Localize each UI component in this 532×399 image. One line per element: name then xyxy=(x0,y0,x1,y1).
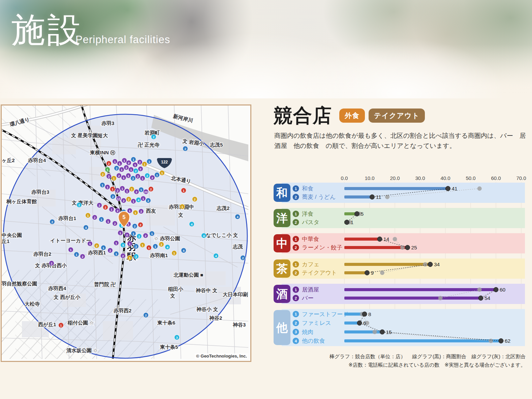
store-marker: 2 xyxy=(94,243,99,248)
map-label: 大日本印刷 xyxy=(223,291,248,297)
store-marker: 2 xyxy=(144,313,149,318)
svg-text:2: 2 xyxy=(242,256,244,260)
trade-area-map[interactable]: 122環八通り赤羽3新河岸川岩淵町卍 正光寺文 岩淵小志茂5ヶ丘2赤羽台4文 星… xyxy=(1,104,251,362)
map-label: 赤羽西2 xyxy=(113,308,131,313)
value-label: 11 xyxy=(376,194,381,200)
store-marker: 1 xyxy=(74,252,79,257)
store-marker: 4 xyxy=(201,233,207,238)
bar-蕎麦 / うどん xyxy=(344,195,372,198)
store-marker: 1 xyxy=(125,189,130,194)
row-number: 2 xyxy=(295,246,297,250)
svg-text:1: 1 xyxy=(132,232,134,236)
svg-text:2: 2 xyxy=(104,206,106,209)
value-label: 54 xyxy=(484,295,491,301)
svg-text:4: 4 xyxy=(183,249,184,252)
store-marker: 1 xyxy=(172,251,177,256)
store-marker: 1 xyxy=(88,241,93,246)
store-marker: 2 xyxy=(77,203,82,208)
svg-text:1: 1 xyxy=(115,252,117,256)
svg-text:2: 2 xyxy=(135,190,137,194)
store-marker: 1 xyxy=(114,251,119,256)
svg-text:2: 2 xyxy=(135,245,137,248)
svg-text:2: 2 xyxy=(114,222,116,225)
store-marker: 2 xyxy=(151,134,156,140)
svg-text:2: 2 xyxy=(194,198,195,201)
row-label: 居酒屋 xyxy=(302,286,319,293)
svg-text:1: 1 xyxy=(101,184,103,187)
area-share-dot xyxy=(380,330,385,334)
bar-カフェ xyxy=(344,263,430,266)
svg-text:2: 2 xyxy=(135,255,137,258)
store-marker: 2 xyxy=(121,253,126,258)
store-marker: 1 xyxy=(127,255,132,260)
store-marker: 1 xyxy=(120,186,125,191)
value-label: 62 xyxy=(505,338,510,344)
category-box-label: 中 xyxy=(276,237,288,250)
svg-text:2: 2 xyxy=(112,195,114,198)
map-label: 文 xyxy=(178,212,183,218)
map-label: 志茂 xyxy=(232,244,243,249)
map-label: 文 西が丘小 xyxy=(53,294,81,300)
store-marker: 4 xyxy=(235,214,240,219)
badge-dining-out: 外食 xyxy=(339,109,365,123)
area-share-dot xyxy=(446,186,450,191)
area-share-dot xyxy=(428,262,433,267)
map-label: 神谷中 文 xyxy=(195,287,217,293)
store-marker: 2 xyxy=(50,219,55,224)
ward-share-dot xyxy=(373,330,377,334)
svg-text:1: 1 xyxy=(156,174,158,177)
store-marker: 2 xyxy=(106,174,112,179)
svg-text:1: 1 xyxy=(107,220,109,223)
svg-text:2: 2 xyxy=(128,161,129,165)
svg-text:4: 4 xyxy=(215,254,217,258)
store-marker: 1 xyxy=(141,196,146,201)
svg-text:2: 2 xyxy=(108,162,109,165)
svg-text:1: 1 xyxy=(183,189,184,192)
value-label: 9 xyxy=(371,270,374,276)
svg-text:2: 2 xyxy=(125,166,127,170)
store-marker: 1 xyxy=(99,217,104,222)
row-number: 1 xyxy=(295,187,297,191)
row-label: 中華食 xyxy=(302,236,319,242)
store-marker: 3 xyxy=(121,243,126,248)
svg-text:2: 2 xyxy=(82,255,83,258)
svg-text:2: 2 xyxy=(116,167,117,170)
svg-text:1: 1 xyxy=(129,256,130,260)
store-marker: 1 xyxy=(68,247,73,252)
category-box-label: 洋 xyxy=(276,212,288,224)
store-marker: 1 xyxy=(133,162,138,167)
svg-text:1: 1 xyxy=(151,232,153,236)
store-marker: 2 xyxy=(49,261,54,266)
area-share-dot xyxy=(494,287,498,292)
svg-text:2: 2 xyxy=(122,254,124,258)
map-label: 赤羽台4 xyxy=(28,157,46,163)
svg-text:2: 2 xyxy=(153,135,154,139)
area-share-dot xyxy=(478,296,483,301)
store-marker: 1 xyxy=(118,231,123,236)
svg-text:12: 12 xyxy=(117,197,120,201)
store-marker: 1 xyxy=(106,219,111,224)
store-marker: 2 xyxy=(132,224,137,229)
svg-text:1: 1 xyxy=(70,248,71,252)
chart-footnote-disclaimer: ※店数：電話帳に記載されている店の数 ※実態と異なる場合がございます。 xyxy=(303,361,526,369)
area-share-dot xyxy=(370,195,375,200)
store-marker: 2 xyxy=(117,173,122,178)
category-box-label: 茶 xyxy=(276,262,288,275)
value-label: 8 xyxy=(368,311,371,317)
svg-text:1: 1 xyxy=(142,177,143,180)
row-number: 2 xyxy=(295,321,297,325)
page-subtitle: Peripheral facilities xyxy=(75,34,170,46)
page-title: 施設 xyxy=(11,13,83,47)
area-share-dot xyxy=(345,220,349,225)
store-marker: 1 xyxy=(153,244,158,249)
ward-share-dot xyxy=(423,262,428,267)
row-number: 2 xyxy=(295,195,297,199)
ward-share-dot xyxy=(380,271,384,275)
store-marker: 1 xyxy=(105,167,110,172)
map-label: 西が丘1 xyxy=(38,321,56,327)
axis-tick-label: 70.0 xyxy=(516,175,526,181)
store-marker: 1 xyxy=(127,241,132,246)
store-marker: 2 xyxy=(121,198,126,203)
row-label: 他の飲食 xyxy=(302,338,325,344)
svg-text:2: 2 xyxy=(145,234,146,238)
